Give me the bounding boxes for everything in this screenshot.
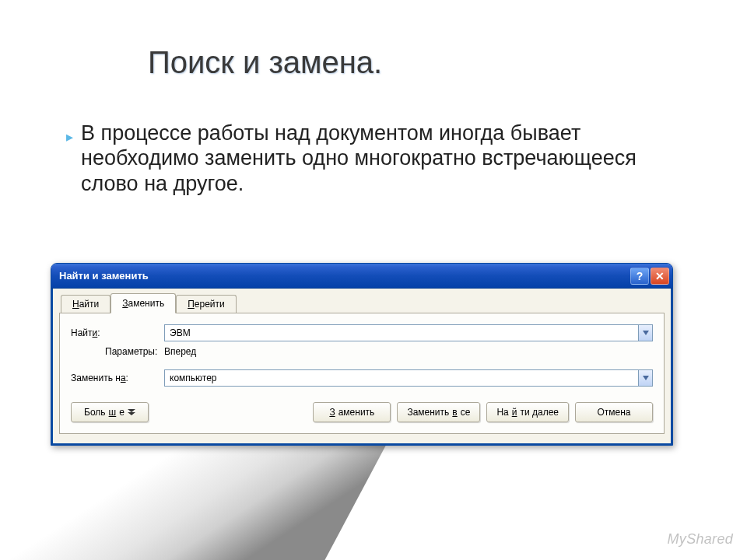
replace-label: Заменить на: <box>71 373 164 383</box>
more-button[interactable]: Больше <box>71 402 149 422</box>
options-value: Вперед <box>164 346 196 357</box>
replace-all-button[interactable]: Заменить все <box>397 402 480 422</box>
close-icon: ✕ <box>655 270 665 282</box>
bullet-text: В процессе работы над документом иногда … <box>81 121 681 196</box>
dialog-titlebar[interactable]: Найти и заменить ? ✕ <box>51 264 672 289</box>
close-button[interactable]: ✕ <box>651 268 669 285</box>
tab-strip: Найти Заменить Перейти <box>59 293 665 313</box>
replace-dropdown-button[interactable] <box>638 370 652 386</box>
watermark: MyShared <box>668 531 733 548</box>
chevron-right-icon: ▸ <box>66 128 73 145</box>
chevron-down-icon <box>643 331 649 335</box>
expand-down-icon <box>128 408 135 416</box>
replace-panel: Найти: Параметры: Вперед <box>59 313 665 434</box>
cancel-button[interactable]: Отмена <box>575 402 653 422</box>
help-icon: ? <box>637 270 644 282</box>
slide-title: Поиск и замена. <box>148 45 382 80</box>
bullet-item: ▸ В процессе работы над документом иногд… <box>66 121 681 196</box>
find-label: Найти: <box>71 327 164 338</box>
decorative-shadow <box>0 436 391 560</box>
help-button[interactable]: ? <box>630 268 649 285</box>
find-input[interactable] <box>165 325 638 341</box>
options-label: Параметры: <box>71 346 164 357</box>
find-dropdown-button[interactable] <box>638 325 652 341</box>
chevron-down-icon <box>643 376 649 380</box>
tab-find[interactable]: Найти <box>61 295 110 313</box>
find-replace-dialog: Найти и заменить ? ✕ Найти Заменить П <box>51 263 673 446</box>
replace-button[interactable]: Заменить <box>313 402 391 422</box>
tab-replace[interactable]: Заменить <box>110 293 176 313</box>
find-combo[interactable] <box>164 324 653 341</box>
dialog-title: Найти и заменить <box>59 270 149 282</box>
replace-combo[interactable] <box>164 369 653 387</box>
tab-goto[interactable]: Перейти <box>176 295 237 313</box>
find-next-button[interactable]: Найти далее <box>486 402 569 422</box>
replace-input[interactable] <box>165 370 638 386</box>
